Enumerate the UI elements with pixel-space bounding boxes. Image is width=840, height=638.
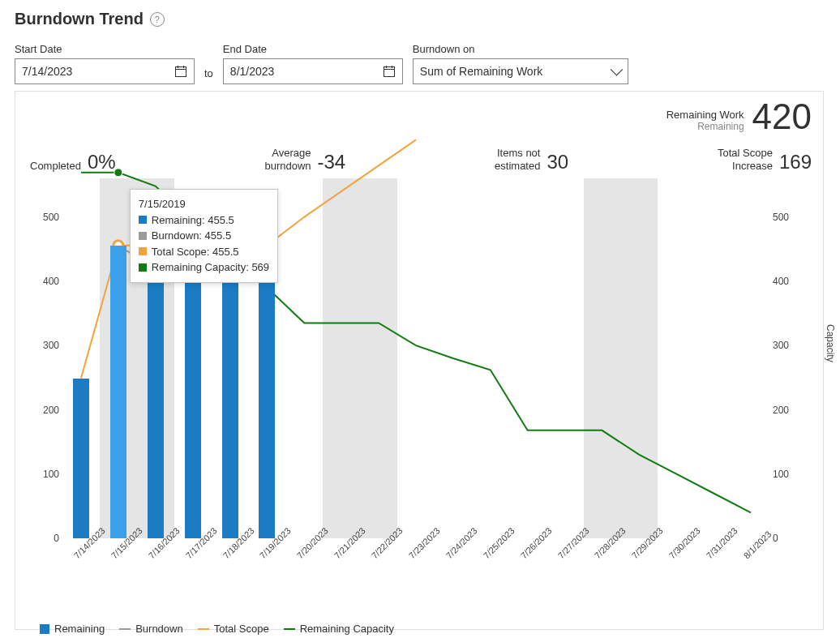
tooltip-row: Burndown: 455.5 (139, 228, 269, 244)
start-date-input[interactable]: 7/14/2023 (15, 58, 195, 84)
bar[interactable] (185, 268, 201, 538)
not-estimated-label: Items notestimated (495, 147, 540, 172)
tooltip-row: Remaining: 455.5 (139, 212, 269, 229)
completed-value: 0% (88, 152, 116, 172)
chart-tooltip: 7/15/2019Remaining: 455.5Burndown: 455.5… (130, 189, 278, 283)
bar[interactable] (222, 268, 238, 538)
burndown-on-label: Burndown on (413, 43, 628, 55)
burndown-on-select[interactable]: Sum of Remaining Work (413, 58, 628, 84)
start-date-label: Start Date (15, 43, 195, 55)
svg-point-8 (114, 169, 122, 177)
not-estimated-value: 30 (546, 152, 568, 172)
help-icon[interactable]: ? (150, 12, 165, 27)
legend-remaining[interactable]: Remaining (40, 623, 105, 635)
bar[interactable] (259, 268, 275, 538)
page-title: Burndown Trend (15, 10, 144, 28)
tooltip-row: Total Scope: 455.5 (139, 244, 269, 260)
start-date-value: 7/14/2023 (22, 65, 72, 78)
to-label: to (204, 67, 213, 84)
legend-burndown[interactable]: Burndown (119, 623, 183, 635)
end-date-input[interactable]: 8/1/2023 (223, 58, 403, 84)
svg-rect-4 (384, 67, 394, 77)
end-date-label: End Date (223, 43, 403, 55)
legend-remaining-capacity[interactable]: Remaining Capacity (284, 623, 394, 635)
avg-burndown-value: -34 (318, 152, 346, 172)
remaining-work-label: Remaining Work (666, 109, 744, 121)
tooltip-row: Remaining Capacity: 569 (139, 259, 269, 276)
bar[interactable] (73, 379, 89, 538)
svg-rect-0 (176, 67, 186, 77)
calendar-icon (383, 65, 396, 78)
chevron-down-icon (611, 62, 624, 75)
controls-row: Start Date 7/14/2023 to End Date 8/1/202… (15, 43, 825, 84)
avg-burndown-label: Averageburndown (264, 147, 311, 172)
tooltip-date: 7/15/2019 (139, 196, 269, 212)
legend-total-scope[interactable]: Total Scope (198, 623, 269, 635)
bar[interactable] (110, 246, 126, 538)
y-right-title: Capacity (825, 324, 836, 362)
burndown-chart[interactable]: 0100200300400500 0100200300400500 Capaci… (27, 178, 812, 584)
remaining-work-value: 420 (752, 96, 812, 137)
scope-increase-value: 169 (779, 152, 812, 172)
legend: Remaining Burndown Total Scope Remaining… (27, 623, 812, 635)
scope-increase-label: Total ScopeIncrease (718, 147, 773, 172)
end-date-value: 8/1/2023 (230, 65, 275, 78)
calendar-icon (174, 65, 187, 78)
chart-panel: Remaining Work Remaining 420 Completed 0… (15, 91, 824, 630)
completed-label: Completed (30, 160, 81, 173)
burndown-on-value: Sum of Remaining Work (420, 65, 542, 78)
remaining-work-sublabel: Remaining (697, 121, 744, 132)
bar[interactable] (148, 268, 164, 538)
